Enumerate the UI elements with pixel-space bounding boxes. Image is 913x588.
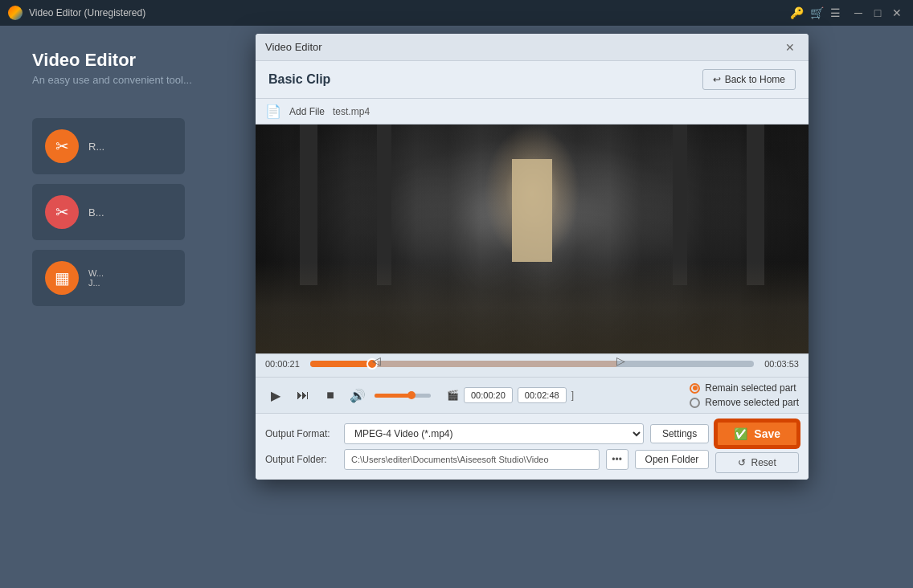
sidebar-card-2[interactable]: ✂ B... xyxy=(32,184,185,240)
reset-button[interactable]: ↺ Reset xyxy=(715,452,799,473)
floor-reflection xyxy=(256,262,809,353)
file-icon: 📄 xyxy=(265,104,281,119)
timeline-area: 00:00:21 ◁ ▷ 00:03:53 xyxy=(256,353,809,377)
sidebar-icon-1: ✂ xyxy=(45,129,79,163)
hallway-scene xyxy=(256,125,809,353)
save-button[interactable]: ✅ Save xyxy=(715,420,799,447)
sidebar-label-1: R... xyxy=(88,141,104,153)
remove-selected-option[interactable]: Remove selected part xyxy=(690,397,799,408)
clip-icon: 🎬 xyxy=(447,390,459,401)
bottom-right: ✅ Save ↺ Reset xyxy=(715,420,799,473)
back-to-home-label: Back to Home xyxy=(725,74,785,85)
open-folder-button[interactable]: Open Folder xyxy=(635,450,710,469)
format-select[interactable]: MPEG-4 Video (*.mp4) xyxy=(344,423,644,444)
sidebar-icon-2: ✂ xyxy=(45,195,79,229)
key-icon[interactable]: 🔑 xyxy=(790,6,804,19)
title-bar-controls: 🔑 🛒 ☰ ─ □ ✕ xyxy=(790,5,905,21)
volume-button[interactable]: 🔊 xyxy=(347,385,368,406)
dialog-header: Basic Clip ↩ Back to Home xyxy=(256,61,809,99)
reset-icon: ↺ xyxy=(738,457,746,468)
app-title: Video Editor (Unregistered) xyxy=(29,7,145,18)
close-window-button[interactable]: ✕ xyxy=(889,5,905,21)
back-icon: ↩ xyxy=(713,74,721,85)
bottom-controls: Output Format: MPEG-4 Video (*.mp4) Sett… xyxy=(265,420,799,473)
save-label: Save xyxy=(754,427,780,440)
remain-radio[interactable] xyxy=(690,383,700,394)
pillar-left-2 xyxy=(377,125,391,285)
remain-selected-option[interactable]: Remain selected part xyxy=(690,382,799,394)
dialog-title: Video Editor xyxy=(265,41,781,53)
volume-handle[interactable] xyxy=(407,391,416,399)
video-editor-dialog: Video Editor ✕ Basic Clip ↩ Back to Home… xyxy=(256,34,809,480)
timeline-bracket-left: ◁ xyxy=(372,354,381,367)
reset-label: Reset xyxy=(751,457,776,468)
door xyxy=(512,159,552,262)
timeline-end-time: 00:03:53 xyxy=(760,359,799,369)
remove-label: Remove selected part xyxy=(705,397,799,408)
bottom-left: Output Format: MPEG-4 Video (*.mp4) Sett… xyxy=(265,423,709,470)
file-bar: 📄 Add File test.mp4 xyxy=(256,99,809,125)
file-name: test.mp4 xyxy=(333,106,370,117)
dialog-header-title: Basic Clip xyxy=(268,72,330,87)
menu-icon[interactable]: ☰ xyxy=(830,6,841,19)
time-out-box[interactable]: 00:02:48 xyxy=(518,387,567,403)
pillar-right-1 xyxy=(747,125,764,285)
save-icon: ✅ xyxy=(734,427,747,440)
pillar-right-2 xyxy=(673,125,687,285)
play-button[interactable]: ▶ xyxy=(265,385,286,406)
sidebar-card-1[interactable]: ✂ R... xyxy=(32,118,185,174)
folder-row: Output Folder: C:\Users\editer\Documents… xyxy=(265,449,709,470)
timeline-selected-range xyxy=(372,361,616,367)
sidebar-card-3[interactable]: ▦ W...J... xyxy=(32,250,185,306)
stop-button[interactable]: ■ xyxy=(320,385,341,406)
maximize-button[interactable]: □ xyxy=(870,5,886,21)
video-frame xyxy=(256,125,809,353)
settings-button[interactable]: Settings xyxy=(650,424,709,443)
video-preview xyxy=(256,125,809,353)
step-button[interactable]: ⏭ xyxy=(293,385,313,406)
dialog-close-button[interactable]: ✕ xyxy=(781,39,799,56)
options-panel: Remain selected part Remove selected par… xyxy=(690,382,799,408)
format-row: Output Format: MPEG-4 Video (*.mp4) Sett… xyxy=(265,423,709,444)
timeline-track[interactable]: ◁ ▷ xyxy=(310,361,754,367)
time-display: 🎬 00:00:20 00:02:48 ] xyxy=(447,387,574,403)
remove-radio[interactable] xyxy=(690,398,700,408)
bottom-bar: Output Format: MPEG-4 Video (*.mp4) Sett… xyxy=(256,413,809,480)
add-file-label: Add File xyxy=(289,106,325,117)
back-to-home-button[interactable]: ↩ Back to Home xyxy=(702,69,796,90)
sidebar-icon-3: ▦ xyxy=(45,261,79,295)
more-button[interactable]: ••• xyxy=(606,449,628,470)
add-file-button[interactable]: Add File xyxy=(289,106,325,117)
sidebar-label-3: W...J... xyxy=(88,268,104,288)
cart-icon[interactable]: 🛒 xyxy=(810,6,824,19)
pillar-left-1 xyxy=(300,125,317,285)
title-bar: Video Editor (Unregistered) 🔑 🛒 ☰ ─ □ ✕ xyxy=(0,0,913,26)
timeline-start-time: 00:00:21 xyxy=(265,359,304,369)
minimize-button[interactable]: ─ xyxy=(850,5,866,21)
time-in-box[interactable]: 00:00:20 xyxy=(464,387,513,403)
timeline-progress xyxy=(310,361,372,367)
volume-slider[interactable] xyxy=(375,394,431,398)
controls-row: ▶ ⏭ ■ 🔊 🎬 00:00:20 00:02:48 ] Remain sel… xyxy=(256,377,809,413)
app-icon xyxy=(8,6,23,20)
dialog-titlebar: Video Editor ✕ xyxy=(256,34,809,61)
folder-label: Output Folder: xyxy=(265,454,338,465)
format-label: Output Format: xyxy=(265,428,338,439)
sidebar-label-2: B... xyxy=(88,206,104,218)
folder-path-display: C:\Users\editer\Documents\Aiseesoft Stud… xyxy=(344,449,600,470)
timeline-bracket-right: ▷ xyxy=(616,354,625,367)
timeline-bar-row: 00:00:21 ◁ ▷ 00:03:53 xyxy=(265,359,799,369)
volume-fill xyxy=(375,394,411,398)
bracket-icon: ] xyxy=(571,390,574,401)
remain-label: Remain selected part xyxy=(705,382,796,394)
